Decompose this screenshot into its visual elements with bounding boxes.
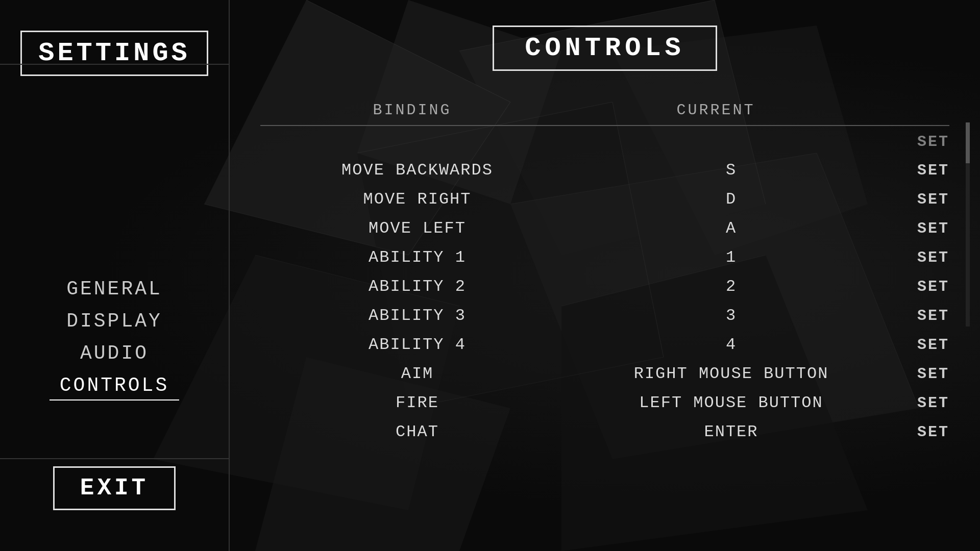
controls-title: CONTROLS (493, 26, 717, 71)
row-binding-2: Move Left (260, 219, 574, 238)
row-set-3[interactable]: SET (888, 249, 949, 266)
table-header: BINDING CURRENT (260, 102, 949, 126)
row-set-7[interactable]: SET (888, 365, 949, 383)
nav-menu: GENERAL DISPLAY AUDIO CONTROLS (50, 275, 179, 400)
row-current-6: 4 (574, 335, 888, 354)
row-set-5[interactable]: SET (888, 307, 949, 324)
col-header-binding: BINDING (260, 102, 564, 119)
row-binding-7: Aim (260, 364, 574, 383)
sidebar-bottom-divider (0, 458, 229, 459)
table-row: Ability 2 2 SET (260, 272, 949, 301)
table-row: Ability 4 4 SET (260, 330, 949, 359)
content-area: CONTROLS BINDING CURRENT SET Move Backwa… (230, 0, 980, 551)
table-row: Ability 1 1 SET (260, 243, 949, 272)
scrollbar-track[interactable] (966, 122, 970, 327)
row-current-0: S (574, 161, 888, 180)
table-row: Move Backwards S SET (260, 156, 949, 185)
col-header-current: CURRENT (564, 102, 868, 119)
row-binding-9: Chat (260, 422, 574, 441)
row-binding-3: Ability 1 (260, 248, 574, 267)
settings-title: SETTINGS (20, 31, 208, 76)
partial-set-btn[interactable]: SET (888, 133, 949, 151)
sidebar-item-display[interactable]: DISPLAY (56, 307, 173, 335)
row-binding-1: Move Right (260, 190, 574, 209)
row-current-4: 2 (574, 277, 888, 296)
row-binding-4: Ability 2 (260, 277, 574, 296)
row-binding-0: Move Backwards (260, 161, 574, 180)
partial-row: SET (260, 128, 949, 156)
sidebar-item-audio[interactable]: AUDIO (70, 339, 159, 367)
table-row: Ability 3 3 SET (260, 301, 949, 330)
row-current-9: Enter (574, 422, 888, 441)
sidebar-divider (0, 64, 229, 65)
row-current-3: 1 (574, 248, 888, 267)
table-row: Chat Enter SET (260, 417, 949, 446)
row-binding-8: Fire (260, 393, 574, 412)
row-set-1[interactable]: SET (888, 191, 949, 208)
table-row: Aim Right Mouse Button SET (260, 359, 949, 388)
row-set-6[interactable]: SET (888, 336, 949, 354)
exit-button[interactable]: EXIT (53, 466, 176, 510)
row-current-5: 3 (574, 306, 888, 325)
row-current-2: A (574, 219, 888, 238)
row-set-8[interactable]: SET (888, 394, 949, 412)
scrollbar-thumb[interactable] (966, 122, 970, 163)
bindings-table: BINDING CURRENT SET Move Backwards S SET… (260, 102, 949, 446)
row-current-1: D (574, 190, 888, 209)
table-row: Move Left A SET (260, 214, 949, 243)
row-binding-6: Ability 4 (260, 335, 574, 354)
row-set-9[interactable]: SET (888, 423, 949, 441)
row-set-2[interactable]: SET (888, 220, 949, 237)
row-current-7: Right Mouse Button (574, 364, 888, 383)
row-binding-5: Ability 3 (260, 306, 574, 325)
sidebar-top: SETTINGS (20, 31, 208, 107)
row-set-4[interactable]: SET (888, 278, 949, 295)
row-set-0[interactable]: SET (888, 162, 949, 179)
sidebar: SETTINGS GENERAL DISPLAY AUDIO CONTROLS … (0, 0, 230, 551)
table-row: Move Right D SET (260, 185, 949, 214)
sidebar-item-controls[interactable]: CONTROLS (50, 371, 179, 400)
table-row: Fire Left Mouse Button SET (260, 388, 949, 417)
sidebar-item-general[interactable]: GENERAL (56, 275, 173, 303)
row-current-8: Left Mouse Button (574, 393, 888, 412)
